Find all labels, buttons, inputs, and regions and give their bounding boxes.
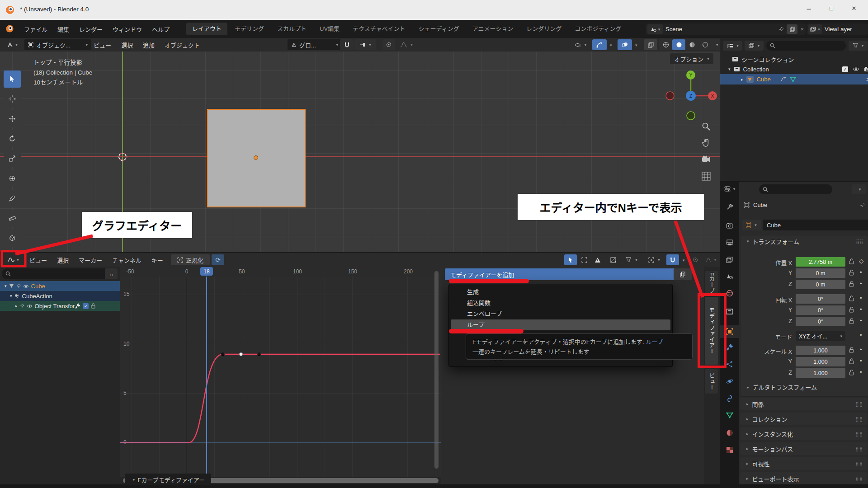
unlock-icon[interactable] <box>849 347 854 353</box>
view-menu[interactable]: ビュー <box>89 41 116 49</box>
graph-plot-area[interactable]: 15 10 5 0 ▸ Fカーブモディファイアー <box>120 277 441 477</box>
keyframe-dot-icon[interactable]: • <box>860 269 862 276</box>
tab-output-icon[interactable] <box>726 239 733 246</box>
transform-orientation-dropdown[interactable]: グロ...▾ <box>288 39 342 50</box>
graph-snap-toggle[interactable] <box>666 254 679 265</box>
exclude-checkbox[interactable]: ✓ <box>842 66 848 72</box>
scene-unlink-icon[interactable]: × <box>800 26 804 33</box>
channel-row-cubeaction[interactable]: ▾ CubeAction <box>0 291 128 301</box>
viewport-camera-icon[interactable] <box>702 155 711 164</box>
unlock-icon[interactable] <box>849 307 854 313</box>
move-tool-button[interactable] <box>4 110 21 127</box>
annotate-tool-button[interactable] <box>4 190 21 207</box>
viewport-grid-icon[interactable] <box>702 172 711 181</box>
editor-type-button-properties[interactable]: ▾ <box>722 184 738 193</box>
outliner-row-cube[interactable]: ▸ Cube <box>720 74 868 84</box>
minimize-button[interactable]: ─ <box>798 5 819 12</box>
snap-settings-dropdown[interactable]: ▾ <box>354 39 376 50</box>
keyframe-diamond-icon[interactable]: ◇ <box>859 258 863 264</box>
workspace-tab-texpaint[interactable]: テクスチャペイント <box>347 23 411 35</box>
unlock-icon[interactable] <box>849 370 854 375</box>
keyframe-dot-icon[interactable]: • <box>860 306 862 313</box>
pin-icon[interactable] <box>778 27 784 32</box>
tab-texture-icon[interactable] <box>726 446 733 454</box>
object-visibility-dropdown[interactable]: ▾ <box>571 39 590 50</box>
tab-modifiers-icon[interactable] <box>726 343 733 351</box>
menu-render[interactable]: レンダー <box>74 25 108 33</box>
mute-checkbox[interactable]: ✓ <box>83 303 89 309</box>
keyframe-dot-icon[interactable]: • <box>860 346 862 353</box>
viewport-pan-icon[interactable] <box>702 138 711 147</box>
scene-browse-button[interactable]: ▾ <box>647 24 663 34</box>
expand-icon[interactable]: ▸ <box>15 304 18 308</box>
unlock-icon[interactable] <box>849 258 854 264</box>
graph-key-menu[interactable]: キー <box>146 256 168 264</box>
overlays-toggle[interactable] <box>618 39 632 50</box>
workspace-tab-uv[interactable]: UV編集 <box>314 23 345 35</box>
eye-icon[interactable] <box>865 77 868 82</box>
outliner-row-collection[interactable]: ▾ Collection ✓ <box>720 64 868 74</box>
copy-to-selected-button[interactable] <box>674 268 692 280</box>
graph-ruler[interactable]: -50 0 50 100 150 200 <box>120 267 441 277</box>
tab-object-data-icon[interactable] <box>726 412 733 418</box>
unlock-icon[interactable] <box>849 318 854 324</box>
keyframe-dot-icon[interactable]: • <box>860 332 862 338</box>
sidebar-tab-fcurve[interactable]: Fカーブ <box>704 270 719 296</box>
tab-world-icon[interactable] <box>726 290 733 297</box>
cursor-tool-button[interactable] <box>4 90 21 108</box>
object-browse-button[interactable]: ▾ <box>742 220 761 230</box>
outliner-filter-images-dropdown[interactable]: ▾ <box>745 41 764 51</box>
workspace-tab-compositing[interactable]: コンポジティング <box>569 23 627 35</box>
menu-file[interactable]: ファイル <box>19 25 52 33</box>
transform-tool-button[interactable] <box>4 170 21 187</box>
workspace-tab-modeling[interactable]: モデリング <box>229 23 270 35</box>
tab-material-icon[interactable] <box>726 429 733 436</box>
scale-y-field[interactable]: 1.000 <box>796 357 845 366</box>
viewport-zoom-icon[interactable] <box>702 122 711 131</box>
graph-box-select-tool[interactable] <box>578 254 590 265</box>
scene-name[interactable]: Scene <box>665 26 776 33</box>
outliner-row-scene-collection[interactable]: シーンコレクション <box>720 54 868 64</box>
editor-type-button-3dview[interactable]: ▾ <box>4 39 21 50</box>
expand-icon[interactable]: ▾ <box>5 284 7 288</box>
graph-marker-menu[interactable]: マーカー <box>74 256 107 264</box>
pin-icon[interactable] <box>859 202 865 208</box>
drag-handle[interactable]: ⣿⣿ <box>856 239 863 244</box>
tweak-tool-button[interactable] <box>4 70 21 88</box>
graph-select-tool[interactable] <box>564 254 577 265</box>
delta-transform-subpanel[interactable]: ▸デルタトランスフォーム <box>745 383 817 391</box>
channel-expand-button[interactable]: ↔ <box>105 268 118 279</box>
location-z-field[interactable]: 0 m <box>796 280 845 289</box>
rotation-mode-dropdown[interactable]: XYZ オイ...▾ <box>796 331 845 341</box>
outliner-display-mode-dropdown[interactable]: ▾ <box>723 41 742 51</box>
keyframe-dot-icon[interactable]: • <box>860 369 862 375</box>
snap-toggle-button[interactable] <box>340 39 354 50</box>
unlock-icon[interactable] <box>849 281 854 287</box>
tab-constraints-icon[interactable] <box>726 395 733 402</box>
object-menu[interactable]: オブジェクト <box>160 41 205 49</box>
sidebar-tab-modifiers[interactable]: モディファイアー <box>704 296 719 365</box>
close-button[interactable]: ✕ <box>844 5 864 12</box>
expand-icon[interactable]: ▾ <box>10 294 12 298</box>
rotate-tool-button[interactable] <box>4 130 21 147</box>
scene-new-copy-button[interactable] <box>787 24 797 34</box>
xray-toggle[interactable] <box>644 39 657 50</box>
shading-solid-button[interactable] <box>672 39 685 50</box>
menu-item-cycles[interactable]: ループ <box>451 319 670 330</box>
graph-pivot-dropdown[interactable]: ▾ <box>644 254 665 265</box>
section-motion-paths[interactable]: ▸モーションパス⣿⣿ <box>740 442 868 455</box>
mode-dropdown[interactable]: オブジェク...▾ <box>24 39 91 50</box>
graph-proportional-toggle[interactable] <box>689 254 702 265</box>
expand-icon[interactable]: ▸ <box>741 77 743 82</box>
menu-item-builtin-function[interactable]: 組込関数 <box>449 298 672 309</box>
tab-viewlayer-icon[interactable] <box>726 257 733 263</box>
workspace-tab-rendering[interactable]: レンダリング <box>520 23 567 35</box>
location-y-field[interactable]: 0 m <box>796 268 845 278</box>
graph-falloff-dropdown[interactable]: ▾ <box>703 254 719 265</box>
rotation-z-field[interactable]: 0° <box>796 317 845 326</box>
keyframe-dot-icon[interactable]: • <box>860 317 862 324</box>
scale-x-field[interactable]: 1.000 <box>796 346 845 355</box>
transform-panel-title[interactable]: トランスフォーム <box>753 237 799 246</box>
add-modifier-button[interactable]: モディファイアーを追加 ▾ <box>445 268 682 280</box>
rotation-y-field[interactable]: 0° <box>796 305 845 315</box>
